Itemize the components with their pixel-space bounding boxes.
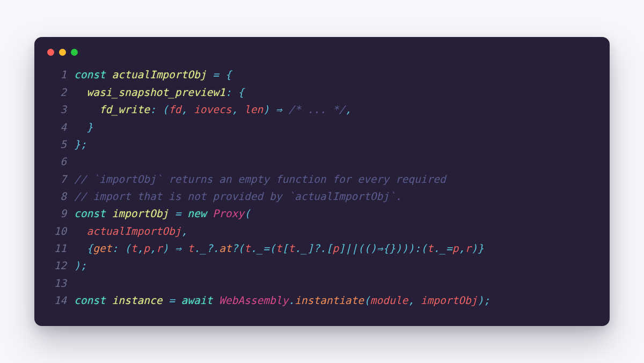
code-token: t bbox=[276, 242, 282, 255]
code-token: . bbox=[288, 294, 295, 307]
code-token: } bbox=[86, 121, 93, 134]
code-line: 10 actualImportObj, bbox=[46, 223, 598, 240]
code-token: iovecs bbox=[194, 103, 231, 116]
code-token: ?( bbox=[232, 242, 244, 255]
code-line: 9const importObj = new Proxy( bbox=[46, 205, 598, 223]
code-token: = bbox=[175, 208, 187, 220]
window-titlebar bbox=[46, 47, 598, 66]
code-token: , bbox=[408, 294, 420, 307]
code-token bbox=[74, 155, 80, 168]
code-token: const bbox=[74, 208, 112, 220]
line-content: {get: (t,p,r) ⇒ t._?.at?(t._=(t[t._]?.[p… bbox=[74, 240, 598, 257]
code-token: ._=( bbox=[251, 242, 276, 255]
code-token: /* ... */ bbox=[288, 103, 345, 116]
code-token: = { bbox=[213, 69, 231, 81]
code-token: r bbox=[465, 242, 471, 255]
line-content: actualImportObj, bbox=[74, 223, 598, 240]
code-token: ); bbox=[477, 294, 489, 307]
code-token: at bbox=[219, 242, 231, 255]
minimize-icon[interactable] bbox=[59, 49, 66, 56]
code-line: 2 wasi_snapshot_preview1: { bbox=[46, 84, 598, 101]
code-token: = bbox=[169, 294, 181, 307]
line-content: const instance = await WebAssembly.insta… bbox=[74, 292, 598, 309]
code-line: 1const actualImportObj = { bbox=[46, 66, 598, 84]
code-token: ) ⇒ bbox=[263, 103, 288, 116]
code-token bbox=[74, 225, 86, 238]
close-icon[interactable] bbox=[47, 49, 54, 56]
code-token: wasi_snapshot_preview1 bbox=[86, 86, 225, 99]
code-token: // import that is not provided by `actua… bbox=[74, 190, 401, 203]
code-block: 1const actualImportObj = {2 wasi_snapsho… bbox=[46, 66, 598, 309]
code-token bbox=[74, 121, 86, 134]
page-stage: 1const actualImportObj = {2 wasi_snapsho… bbox=[0, 0, 644, 363]
code-token: WebAssembly bbox=[219, 294, 288, 307]
code-token: ._?. bbox=[194, 242, 219, 255]
line-content: fd_write: (fd, iovecs, len) ⇒ /* ... */, bbox=[74, 101, 598, 118]
line-number: 5 bbox=[46, 136, 67, 153]
code-token: , bbox=[181, 225, 188, 238]
line-number: 7 bbox=[46, 171, 67, 188]
code-line: 6 bbox=[46, 153, 598, 171]
code-token: )} bbox=[471, 242, 484, 255]
line-number: 3 bbox=[46, 101, 67, 118]
code-token: t bbox=[288, 242, 295, 255]
code-token: , bbox=[137, 242, 143, 255]
code-token: }; bbox=[74, 138, 86, 151]
code-token: importObj bbox=[421, 294, 478, 307]
zoom-icon[interactable] bbox=[71, 49, 78, 56]
code-token: t bbox=[187, 242, 194, 255]
line-number: 14 bbox=[46, 292, 67, 309]
line-content bbox=[74, 275, 598, 292]
line-content: // `importObj` returns an empty function… bbox=[74, 171, 598, 188]
line-content: // import that is not provided by `actua… bbox=[74, 188, 598, 205]
line-number: 1 bbox=[46, 66, 67, 84]
line-number: 10 bbox=[46, 223, 67, 240]
code-token bbox=[74, 242, 86, 255]
code-token: // `importObj` returns an empty function… bbox=[74, 173, 446, 186]
code-token: importObj bbox=[112, 208, 174, 220]
code-token: { bbox=[86, 242, 93, 255]
line-number: 12 bbox=[46, 257, 67, 275]
code-line: 12); bbox=[46, 257, 598, 275]
code-token: const bbox=[74, 69, 112, 81]
code-token: , bbox=[458, 242, 465, 255]
code-token: ._= bbox=[433, 242, 452, 255]
code-line: 4 } bbox=[46, 119, 598, 136]
code-line: 11 {get: (t,p,r) ⇒ t._?.at?(t._=(t[t._]?… bbox=[46, 240, 598, 257]
code-window: 1const actualImportObj = {2 wasi_snapsho… bbox=[34, 37, 610, 325]
code-token: , bbox=[232, 103, 244, 116]
code-token: actualImportObj bbox=[112, 69, 213, 81]
code-token: instance bbox=[112, 294, 169, 307]
code-token bbox=[74, 277, 80, 290]
line-number: 2 bbox=[46, 84, 67, 101]
code-token: ) ⇒ bbox=[162, 242, 187, 255]
line-content: ); bbox=[74, 257, 598, 275]
line-content: }; bbox=[74, 136, 598, 153]
line-number: 6 bbox=[46, 153, 67, 171]
code-line: 14const instance = await WebAssembly.ins… bbox=[46, 292, 598, 309]
code-token: module bbox=[370, 294, 408, 307]
code-line: 5}; bbox=[46, 136, 598, 153]
code-token: p bbox=[143, 242, 150, 255]
code-token: Proxy bbox=[213, 208, 244, 220]
code-token: r bbox=[156, 242, 163, 255]
code-token bbox=[74, 103, 99, 116]
code-token: ]||(()⇒{}))):( bbox=[339, 242, 427, 255]
code-token bbox=[74, 86, 86, 99]
code-token: p bbox=[452, 242, 459, 255]
code-token: await bbox=[181, 294, 219, 307]
line-number: 11 bbox=[46, 240, 67, 257]
code-token: t bbox=[427, 242, 434, 255]
code-token: , bbox=[181, 103, 194, 116]
line-number: 4 bbox=[46, 119, 67, 136]
code-token: [ bbox=[282, 242, 289, 255]
code-token: instantiate bbox=[295, 294, 364, 307]
code-token: actualImportObj bbox=[86, 225, 181, 238]
line-number: 13 bbox=[46, 275, 67, 292]
code-token: p bbox=[333, 242, 339, 255]
code-line: 7// `importObj` returns an empty functio… bbox=[46, 171, 598, 188]
code-token: ._]?.[ bbox=[295, 242, 332, 255]
code-token: , bbox=[345, 103, 352, 116]
line-number: 9 bbox=[46, 205, 67, 223]
code-token: ( bbox=[244, 208, 251, 220]
